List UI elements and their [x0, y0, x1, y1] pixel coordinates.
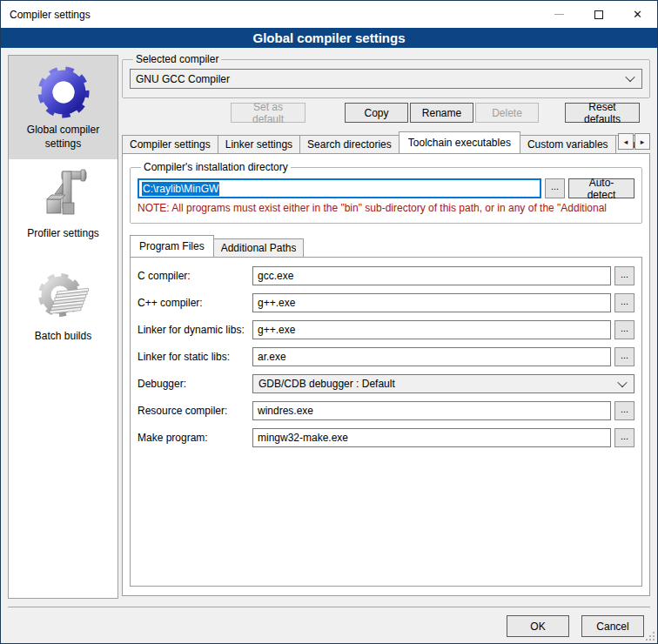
compiler-select-value: GNU GCC Compiler: [136, 73, 627, 85]
selected-compiler-group: Selected compiler GNU GCC Compiler: [122, 53, 650, 98]
window-title: Compiler settings: [1, 9, 540, 21]
chevron-down-icon: [627, 75, 634, 83]
auto-detect-button[interactable]: Auto-detect: [568, 178, 634, 198]
arrow-left-icon: ◂: [624, 138, 628, 146]
sidebar-item-profiler-settings[interactable]: Profiler settings: [9, 159, 118, 250]
tab-scroll-left-button[interactable]: ◂: [618, 133, 634, 150]
installation-directory-browse-button[interactable]: ...: [545, 178, 565, 198]
tab-additional-paths[interactable]: Additional Paths: [213, 238, 305, 257]
close-button[interactable]: ✕: [618, 1, 657, 28]
debugger-row: Debugger: GDB/CDB debugger : Default: [138, 374, 634, 393]
tab-scrollers: ◂ ▸: [617, 133, 650, 150]
gray-gear-stack-icon: [36, 271, 91, 326]
program-files-tabstrip: Program Files Additional Paths: [130, 234, 642, 257]
set-as-default-button[interactable]: Set as default: [231, 103, 306, 123]
installation-directory-legend: Compiler's installation directory: [141, 161, 291, 173]
static-linker-input[interactable]: ar.exe: [252, 347, 611, 366]
titlebar: Compiler settings ✕: [1, 1, 657, 28]
cpp-compiler-row: C++ compiler: g++.exe ...: [138, 293, 634, 312]
debugger-select[interactable]: GDB/CDB debugger : Default: [252, 374, 634, 393]
resource-compiler-label: Resource compiler:: [138, 405, 252, 417]
compiler-settings-dialog: Compiler settings ✕ Global compiler sett…: [0, 0, 658, 644]
tab-scroll-right-button[interactable]: ▸: [634, 133, 650, 150]
resource-compiler-input[interactable]: windres.exe: [252, 401, 611, 420]
page-title: Global compiler settings: [1, 28, 657, 48]
tab-compiler-settings[interactable]: Compiler settings: [122, 135, 218, 153]
compiler-select[interactable]: GNU GCC Compiler: [130, 69, 642, 89]
blue-gear-icon: [36, 64, 91, 120]
dynamic-linker-label: Linker for dynamic libs:: [138, 324, 252, 336]
cpp-compiler-browse-button[interactable]: ...: [614, 293, 634, 312]
arrow-right-icon: ▸: [641, 138, 645, 146]
rename-button[interactable]: Rename: [410, 103, 473, 123]
minimize-button[interactable]: [540, 1, 579, 28]
settings-tabstrip: Compiler settings Linker settings Search…: [122, 131, 650, 153]
tab-search-directories[interactable]: Search directories: [299, 135, 400, 153]
sidebar-item-label: Profiler settings: [10, 227, 116, 241]
chevron-down-icon: [619, 380, 627, 388]
resource-compiler-row: Resource compiler: windres.exe ...: [138, 401, 634, 420]
settings-category-list: Global compiler settings: [8, 55, 118, 599]
make-program-browse-button[interactable]: ...: [614, 428, 634, 447]
footer-buttons: OK Cancel: [507, 615, 644, 637]
installation-directory-value: C:\raylib\MinGW: [142, 182, 219, 196]
debugger-select-value: GDB/CDB debugger : Default: [258, 378, 619, 390]
c-compiler-row: C compiler: gcc.exe ...: [138, 266, 634, 285]
reset-defaults-button[interactable]: Reset defaults: [565, 103, 640, 123]
caliper-icon: [36, 168, 91, 224]
static-linker-browse-button[interactable]: ...: [614, 347, 634, 366]
sidebar-item-label: Global compiler settings: [10, 124, 116, 151]
program-files-page: C compiler: gcc.exe ... C++ compiler: g+…: [130, 257, 642, 587]
installation-directory-input[interactable]: C:\raylib\MinGW: [138, 178, 541, 198]
minimize-icon: [554, 14, 564, 15]
sidebar-item-label: Batch builds: [10, 330, 116, 344]
ok-button[interactable]: OK: [507, 615, 569, 637]
main-panel: Selected compiler GNU GCC Compiler Set a…: [122, 53, 650, 596]
resource-compiler-browse-button[interactable]: ...: [614, 401, 634, 420]
dynamic-linker-row: Linker for dynamic libs: g++.exe ...: [138, 320, 634, 339]
toolchain-executables-page: Compiler's installation directory C:\ray…: [122, 153, 650, 596]
cpp-compiler-label: C++ compiler:: [138, 297, 252, 309]
sidebar-item-global-compiler-settings[interactable]: Global compiler settings: [9, 56, 118, 159]
bin-subdirectory-note: NOTE: All programs must exist either in …: [138, 202, 634, 214]
debugger-label: Debugger:: [138, 378, 252, 390]
c-compiler-input[interactable]: gcc.exe: [252, 266, 611, 285]
sidebar-item-batch-builds[interactable]: Batch builds: [9, 250, 118, 352]
compiler-actions: Set as default Copy Rename Delete Reset …: [122, 103, 650, 123]
static-linker-label: Linker for static libs:: [138, 351, 252, 363]
copy-button[interactable]: Copy: [345, 103, 408, 123]
cancel-button[interactable]: Cancel: [581, 615, 644, 637]
maximize-button[interactable]: [579, 1, 618, 28]
selected-compiler-legend: Selected compiler: [133, 53, 221, 65]
footer-separator: [8, 607, 650, 607]
close-icon: ✕: [633, 9, 642, 20]
c-compiler-label: C compiler:: [138, 270, 252, 282]
dialog-content: Global compiler settings: [1, 48, 657, 643]
maximize-icon: [594, 10, 603, 19]
resize-grip[interactable]: [644, 630, 655, 641]
tab-toolchain-executables[interactable]: Toolchain executables: [399, 131, 520, 153]
cpp-compiler-input[interactable]: g++.exe: [252, 293, 611, 312]
make-program-input[interactable]: mingw32-make.exe: [252, 428, 611, 447]
installation-directory-row: C:\raylib\MinGW ... Auto-detect: [138, 178, 634, 198]
make-program-label: Make program:: [138, 432, 252, 444]
installation-directory-group: Compiler's installation directory C:\ray…: [130, 161, 642, 224]
tab-custom-variables[interactable]: Custom variables: [520, 135, 616, 153]
static-linker-row: Linker for static libs: ar.exe ...: [138, 347, 634, 366]
make-program-row: Make program: mingw32-make.exe ...: [138, 428, 634, 447]
dynamic-linker-browse-button[interactable]: ...: [614, 320, 634, 339]
dynamic-linker-input[interactable]: g++.exe: [252, 320, 611, 339]
delete-button[interactable]: Delete: [475, 103, 539, 123]
c-compiler-browse-button[interactable]: ...: [614, 266, 634, 285]
tab-program-files[interactable]: Program Files: [130, 235, 214, 257]
tab-linker-settings[interactable]: Linker settings: [218, 135, 300, 153]
